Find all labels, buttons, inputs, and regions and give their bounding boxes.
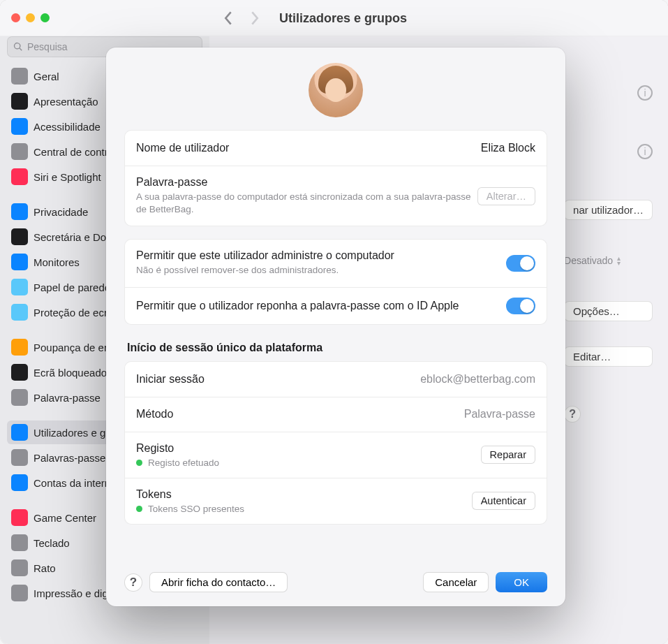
sso-method-label: Método <box>136 408 464 420</box>
sidebar-item-label: Ecrã bloqueado <box>34 367 107 379</box>
sidebar-icon <box>11 143 28 160</box>
nav-arrows <box>223 10 260 26</box>
sidebar-icon <box>11 559 28 576</box>
identity-card: Nome de utilizador Eliza Block Palavra-p… <box>124 130 547 226</box>
change-password-button[interactable]: Alterar… <box>477 187 535 205</box>
window-controls <box>11 13 50 22</box>
sidebar-item-label: Geral <box>34 71 59 82</box>
sidebar-icon <box>11 509 28 526</box>
sidebar-item-label: Palavras-passe <box>34 452 105 464</box>
add-user-button[interactable]: nar utilizador… <box>564 200 653 220</box>
sidebar-icon <box>11 118 28 135</box>
close-icon[interactable] <box>11 13 20 22</box>
search-icon <box>13 42 23 52</box>
admin-toggle-row: Permitir que este utilizador administre … <box>125 240 547 286</box>
sidebar-icon <box>11 168 28 185</box>
sso-registration-row: Registo Registo efetuado Reparar <box>125 432 547 478</box>
username-label: Nome de utilizador <box>136 142 481 154</box>
sidebar-icon <box>11 585 28 601</box>
status-dot-icon <box>136 460 142 466</box>
sidebar-item-label: Monitores <box>34 256 80 268</box>
sidebar-icon <box>11 364 28 381</box>
sidebar-icon <box>11 228 28 245</box>
repair-button[interactable]: Reparar <box>481 446 535 464</box>
sidebar-item-label: Game Center <box>34 512 96 524</box>
open-contact-button[interactable]: Abrir ficha do contacto… <box>149 572 288 592</box>
password-label: Palavra-passe <box>136 176 477 189</box>
sidebar-icon <box>11 304 28 321</box>
sidebar-icon <box>11 254 28 270</box>
sidebar-icon <box>11 389 28 406</box>
sidebar-item-label: Proteção de ecrã <box>34 307 113 319</box>
sso-section-title: Início de sessão único da plataforma <box>127 342 544 354</box>
sidebar-icon <box>11 474 28 491</box>
search-placeholder: Pesquisa <box>27 41 68 52</box>
username-row: Nome de utilizador Eliza Block <box>125 131 547 166</box>
sidebar-item-label: Rato <box>34 562 56 574</box>
sso-login-label: Iniciar sessão <box>136 373 420 386</box>
user-detail-sheet: Nome de utilizador Eliza Block Palavra-p… <box>106 47 565 606</box>
ok-button[interactable]: OK <box>496 572 547 592</box>
sidebar-item-label: Teclado <box>34 537 70 549</box>
sidebar-icon <box>11 203 28 220</box>
sidebar-icon <box>11 68 28 85</box>
sidebar-item-label: Privacidade <box>34 206 88 218</box>
edit-button[interactable]: Editar… <box>564 346 653 367</box>
sso-login-value: eblock@betterbag.com <box>420 373 535 386</box>
sidebar-icon <box>11 339 28 356</box>
back-icon[interactable] <box>223 10 233 26</box>
appleid-toggle-row: Permitir que o utilizador reponha a pala… <box>125 287 547 324</box>
zoom-icon[interactable] <box>40 13 50 22</box>
page-title: Utilizadores e grupos <box>279 11 407 26</box>
sidebar-item-label: Palavra-passe <box>34 392 101 404</box>
sidebar-icon <box>11 424 28 441</box>
sso-tokens-row: Tokens Tokens SSO presentes Autenticar <box>125 478 547 524</box>
help-icon[interactable]: ? <box>564 406 581 423</box>
sso-tokens-label: Tokens <box>136 488 472 501</box>
appleid-toggle-label: Permitir que o utilizador reponha a pala… <box>136 300 506 312</box>
password-row: Palavra-passe A sua palavra-passe do com… <box>125 166 547 226</box>
auto-login-select[interactable]: Desativado ▴▾ <box>564 255 653 266</box>
avatar[interactable] <box>309 63 363 117</box>
admin-toggle-sublabel: Não é possível remover-se dos administra… <box>136 264 506 277</box>
sidebar-item-label: Apresentação <box>34 96 98 108</box>
authenticate-button[interactable]: Autenticar <box>472 492 535 510</box>
appleid-toggle[interactable] <box>506 298 535 314</box>
cancel-button[interactable]: Cancelar <box>423 572 489 592</box>
sidebar-item-label: Siri e Spotlight <box>34 171 101 183</box>
username-value: Eliza Block <box>481 142 535 154</box>
sheet-footer: ? Abrir ficha do contacto… Cancelar OK <box>124 572 547 592</box>
sidebar-item-label: Papel de parede <box>34 281 110 293</box>
status-dot-icon <box>136 506 142 512</box>
admin-toggle-label: Permitir que este utilizador administre … <box>136 249 506 262</box>
permissions-card: Permitir que este utilizador administre … <box>124 239 547 324</box>
sidebar-icon <box>11 93 28 110</box>
sso-reg-status: Registo efetuado <box>148 458 219 468</box>
main-header: Utilizadores e grupos <box>209 0 668 36</box>
sidebar-item-label: Secretária e Dock <box>34 231 117 243</box>
info-icon[interactable]: i <box>637 85 653 101</box>
sso-card: Iniciar sessão eblock@betterbag.com Méto… <box>124 361 547 525</box>
sidebar-icon <box>11 449 28 466</box>
sso-method-row: Método Palavra-passe <box>125 397 547 432</box>
chevron-updown-icon: ▴▾ <box>617 256 621 265</box>
admin-toggle[interactable] <box>506 255 535 272</box>
sidebar-icon <box>11 534 28 551</box>
sso-login-row: Iniciar sessão eblock@betterbag.com <box>125 362 547 397</box>
sso-tokens-status: Tokens SSO presentes <box>148 504 244 514</box>
sso-reg-label: Registo <box>136 442 481 455</box>
sso-method-value: Palavra-passe <box>464 408 535 420</box>
password-sublabel: A sua palavra-passe do computador está s… <box>136 191 477 216</box>
forward-icon[interactable] <box>250 10 260 26</box>
options-button[interactable]: Opções… <box>564 301 653 321</box>
info-icon[interactable]: i <box>637 144 653 159</box>
help-icon[interactable]: ? <box>124 573 142 592</box>
sidebar-icon <box>11 279 28 295</box>
sidebar-item-label: Acessibilidade <box>34 121 101 133</box>
minimize-icon[interactable] <box>26 13 35 22</box>
